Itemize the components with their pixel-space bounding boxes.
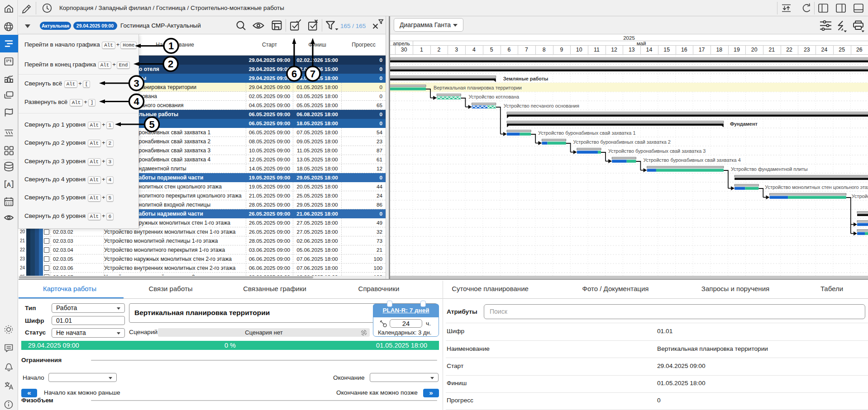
svg-text:A: A — [7, 181, 11, 188]
svg-text:Фундамент: Фундамент — [730, 121, 758, 127]
svg-text:Устройство буронабивных свай з: Устройство буронабивных свай захватка 4 — [643, 157, 740, 163]
svg-text:Устройство буронабивных свай з: Устройство буронабивных свай захватка 1 — [538, 130, 635, 136]
svg-text:Устройство монолитного перекры: Устройство монолитного перекрытия цоколь… — [852, 193, 868, 199]
svg-text:Устройство песчаного основания: Устройство песчаного основания — [504, 103, 579, 108]
svg-text:Земляные работы: Земляные работы — [503, 76, 548, 81]
svg-text:Устройство буронабивных свай з: Устройство буронабивных свай захватка 3 — [608, 148, 706, 154]
svg-text:Устройство котлована: Устройство котлована — [468, 94, 520, 99]
svg-text:Устройство буронабивных свай з: Устройство буронабивных свай захватка 2 — [573, 139, 671, 145]
svg-text:Устройство монолитных стен цок: Устройство монолитных стен цокольного эт… — [765, 184, 868, 190]
svg-text:Устройство фундаментной плиты: Устройство фундаментной плиты — [731, 166, 808, 172]
svg-text:Вертикальная планировка террит: Вертикальная планировка территории — [434, 85, 522, 90]
